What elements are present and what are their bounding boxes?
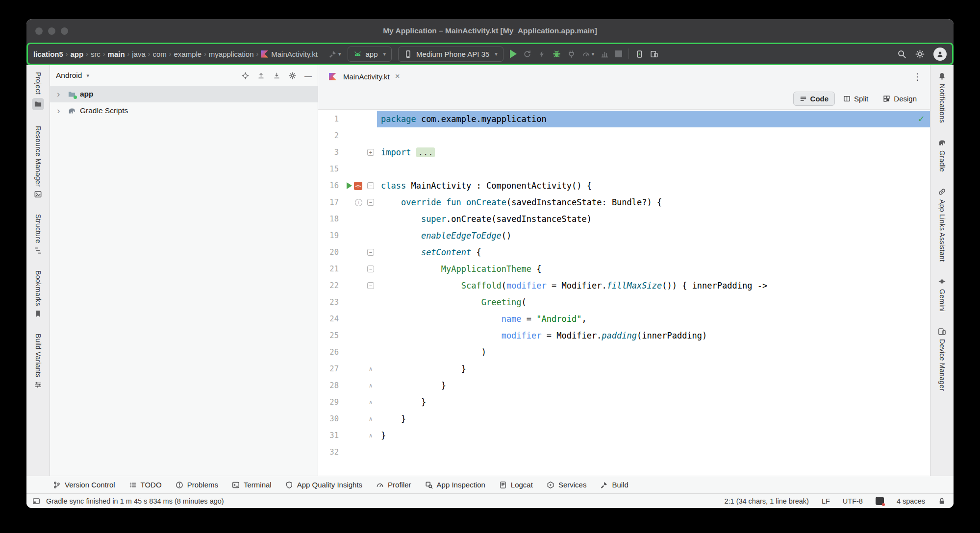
code-line[interactable]: 25 modifier = Modifier.padding(innerPadd… (318, 327, 930, 344)
code-text[interactable]: super.onCreate(savedInstanceState) (377, 211, 930, 227)
fold-toggle-icon[interactable]: − (367, 266, 374, 272)
editor-options-icon[interactable]: ⋮ (913, 71, 922, 82)
run-gutter-icon[interactable] (347, 182, 352, 189)
close-window-button[interactable] (35, 27, 43, 35)
profile-avatar[interactable] (933, 48, 947, 61)
tool-stripe-build-variants[interactable]: Build Variants (34, 334, 42, 389)
project-view-select[interactable]: Android (56, 71, 82, 80)
fold-toggle-icon[interactable]: + (367, 149, 374, 156)
capture-icon[interactable] (601, 50, 609, 58)
breadcrumb-item[interactable]: main (108, 50, 125, 58)
breadcrumb-item[interactable]: myapplication (209, 50, 254, 58)
breadcrumb-item[interactable]: src (91, 50, 101, 58)
tool-window-todo[interactable]: TODO (122, 476, 169, 493)
code-text[interactable]: ) (377, 344, 930, 361)
code-line[interactable]: 27∧ } (318, 361, 930, 377)
code-line[interactable]: 32 (318, 444, 930, 460)
tree-item-gradle-scripts[interactable]: › Gradle Scripts (50, 102, 318, 119)
tree-item-app[interactable]: › app (50, 86, 318, 102)
indent-setting[interactable]: 4 spaces (897, 497, 925, 505)
code-text[interactable]: } (377, 394, 930, 411)
code-line[interactable]: 19 enableEdgeToEdge() (318, 227, 930, 244)
panel-settings-icon[interactable] (289, 72, 296, 79)
code-text[interactable]: Greeting( (377, 294, 930, 311)
collapse-all-icon[interactable] (273, 72, 280, 79)
code-line[interactable]: 23 Greeting( (318, 294, 930, 311)
tool-window-services[interactable]: Services (540, 476, 594, 493)
tool-window-app-inspection[interactable]: App Inspection (418, 476, 492, 493)
apply-changes-icon[interactable] (523, 50, 531, 58)
breadcrumb-item[interactable]: MainActivity.kt (271, 50, 318, 58)
expand-chevron-icon[interactable]: › (57, 107, 64, 114)
breadcrumb-item[interactable]: com (152, 50, 166, 58)
tool-window-app-quality-insights[interactable]: App Quality Insights (278, 476, 369, 493)
settings-icon[interactable] (915, 49, 925, 59)
code-text[interactable] (377, 127, 930, 144)
code-text[interactable]: setContent { (377, 244, 930, 261)
breadcrumb-item[interactable]: example (174, 50, 201, 58)
tool-stripe-notifications[interactable]: Notifications (938, 72, 946, 123)
breadcrumb-item[interactable]: app (71, 50, 84, 58)
code-line[interactable]: 17↑− override fun onCreate(savedInstance… (318, 194, 930, 211)
tool-window-layout-icon[interactable] (32, 497, 40, 505)
device-select[interactable]: Medium Phone API 35 ▾ (398, 47, 503, 62)
compose-gutter-icon[interactable]: <> (354, 182, 362, 190)
file-encoding[interactable]: UTF-8 (843, 497, 863, 505)
code-line[interactable]: 26 ) (318, 344, 930, 361)
code-text[interactable]: enableEdgeToEdge() (377, 227, 930, 244)
tool-window-terminal[interactable]: Terminal (225, 476, 278, 493)
code-text[interactable]: } (377, 361, 930, 377)
lock-icon[interactable] (938, 497, 946, 505)
line-separator[interactable]: LF (822, 497, 830, 505)
code-line[interactable]: 16<>−class MainActivity : ComponentActiv… (318, 177, 930, 194)
code-editor[interactable]: 1package com.example.myapplication23+imp… (318, 109, 930, 476)
code-text[interactable]: package com.example.myapplication (377, 111, 930, 127)
view-mode-split[interactable]: Split (837, 92, 875, 106)
code-text[interactable]: Scaffold(modifier = Modifier.fillMaxSize… (377, 277, 930, 294)
code-line[interactable]: 29∧ } (318, 394, 930, 411)
code-text[interactable]: class MainActivity : ComponentActivity()… (377, 177, 930, 194)
stop-button[interactable] (615, 50, 622, 57)
view-mode-code[interactable]: Code (793, 92, 835, 106)
tool-stripe-structure[interactable]: Structure (34, 214, 42, 255)
tool-stripe-bookmarks[interactable]: Bookmarks (34, 270, 42, 318)
code-text[interactable]: import ... (377, 144, 930, 161)
device-mirroring-icon[interactable] (650, 50, 658, 58)
titlebar[interactable]: My Application – MainActivity.kt [My_App… (26, 19, 954, 43)
view-mode-design[interactable]: Design (877, 92, 923, 106)
run-button[interactable] (510, 49, 517, 58)
caret-position[interactable]: 2:1 (34 chars, 1 line break) (724, 497, 808, 505)
running-devices-icon[interactable] (635, 50, 644, 58)
tool-window-logcat[interactable]: Logcat (492, 476, 540, 493)
code-text[interactable] (377, 161, 930, 177)
code-text[interactable]: } (377, 411, 930, 427)
hide-panel-icon[interactable]: — (304, 72, 312, 80)
tool-stripe-app-links-assistant[interactable]: App Links Assistant (938, 188, 946, 262)
search-icon[interactable] (897, 49, 906, 59)
fold-toggle-icon[interactable]: − (367, 199, 374, 206)
build-tool-button[interactable]: ▾ (328, 50, 341, 58)
close-tab-icon[interactable]: × (395, 72, 400, 81)
code-text[interactable]: override fun onCreate(savedInstanceState… (377, 194, 930, 211)
expand-chevron-icon[interactable]: › (57, 91, 64, 97)
code-line[interactable]: 20− setContent { (318, 244, 930, 261)
debug-button[interactable] (553, 50, 561, 58)
fold-toggle-icon[interactable]: − (367, 249, 374, 256)
code-text[interactable]: } (377, 427, 930, 444)
zoom-window-button[interactable] (61, 27, 68, 35)
tool-stripe-project[interactable]: Project (32, 72, 44, 110)
fold-toggle-icon[interactable]: − (367, 282, 374, 289)
status-widget-icon[interactable] (876, 497, 884, 505)
code-text[interactable] (377, 444, 930, 460)
code-line[interactable]: 18 super.onCreate(savedInstanceState) (318, 211, 930, 227)
code-line[interactable]: 22− Scaffold(modifier = Modifier.fillMax… (318, 277, 930, 294)
tool-stripe-gemini[interactable]: Gemini (938, 277, 946, 312)
code-line[interactable]: 31∧} (318, 427, 930, 444)
code-line[interactable]: 28∧ } (318, 377, 930, 394)
code-line[interactable]: 24 name = "Android", (318, 311, 930, 327)
tab-mainactivity[interactable]: MainActivity.kt × (323, 65, 406, 88)
apply-code-changes-icon[interactable] (538, 50, 546, 58)
code-line[interactable]: 3+import ... (318, 144, 930, 161)
code-line[interactable]: 15 (318, 161, 930, 177)
tool-window-profiler[interactable]: Profiler (369, 476, 418, 493)
